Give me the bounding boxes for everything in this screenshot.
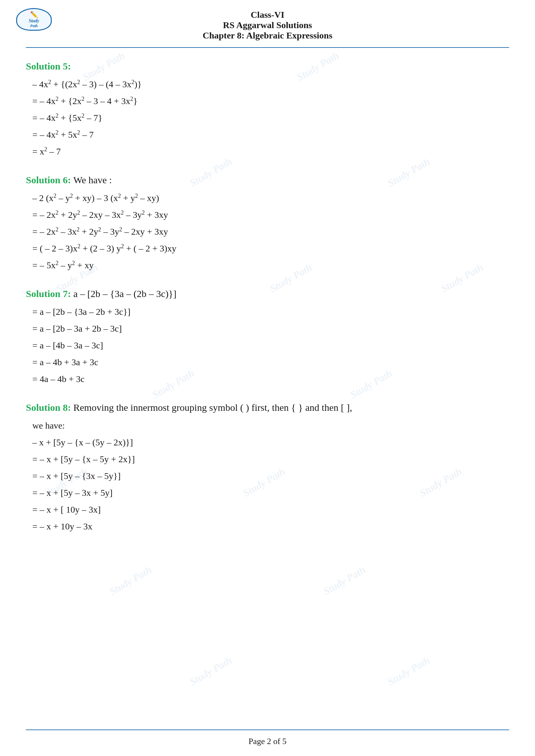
solution-7-heading: Solution 7: a – [2b – {3a – (2b – 3c)}] xyxy=(26,288,509,299)
solution-8-intro: Removing the innermost grouping symbol (… xyxy=(73,402,352,413)
page-number: Page 2 of 5 xyxy=(248,737,287,746)
sol7-line5: = 4a – 4b + 3c xyxy=(26,372,509,386)
solution-7-intro: a – [2b – {3a – (2b – 3c)}] xyxy=(73,288,177,299)
sol7-line4: = a – 4b + 3a + 3c xyxy=(26,356,509,369)
solution-6-block: Solution 6: We have : – 2 (x2 – y2 + xy)… xyxy=(26,175,509,272)
solution-8-heading: Solution 8: Removing the innermost group… xyxy=(26,402,509,413)
sol6-line3: = – 2x2 – 3x2 + 2y2 – 3y2 – 2xy + 3xy xyxy=(26,225,509,238)
logo-text-path: Path xyxy=(30,24,38,28)
sol8-line3: = – x + [5y – {3x – 5y}] xyxy=(26,469,509,483)
logo-circle: ✏️ Study Path xyxy=(16,8,52,31)
header-title: RS Aggarwal Solutions xyxy=(26,20,509,30)
sol5-line4: = – 4x2 + 5x2 – 7 xyxy=(26,128,509,142)
sol6-line4: = ( – 2 – 3)x2 + (2 – 3) y2 + ( – 2 + 3)… xyxy=(26,242,509,255)
watermark-text: Study Path xyxy=(107,564,154,598)
sol5-line2: = – 4x2 + {2x2 – 3 – 4 + 3x2} xyxy=(26,94,509,108)
sol6-line2: = – 2x2 + 2y2 – 2xy – 3x2 – 3y2 + 3xy xyxy=(26,208,509,222)
solution-5-block: Solution 5: – 4x2 + {(2x2 – 3) – (4 – 3x… xyxy=(26,61,509,158)
sol7-line2: = a – [2b – 3a + 2b – 3c] xyxy=(26,322,509,336)
header-class: Class-VI xyxy=(26,10,509,20)
solution-6-intro: We have : xyxy=(73,175,112,185)
solution-8-block: Solution 8: Removing the innermost group… xyxy=(26,402,509,533)
page-header: Class-VI RS Aggarwal Solutions Chapter 8… xyxy=(26,0,509,48)
sol8-line2: = – x + [5y – {x – 5y + 2x}] xyxy=(26,452,509,466)
watermark-text: Study Path xyxy=(321,564,368,598)
solution-8-label: Solution 8: xyxy=(26,402,71,413)
watermark-text: Study Path xyxy=(187,655,234,688)
logo-text-study: Study xyxy=(29,18,40,24)
solution-6-heading: Solution 6: We have : xyxy=(26,175,509,185)
logo: ✏️ Study Path xyxy=(13,7,55,32)
sol8-we-have: we have: xyxy=(26,419,509,432)
sol5-line1: – 4x2 + {(2x2 – 3) – (4 – 3x2)} xyxy=(26,78,509,91)
solution-6-label: Solution 6: xyxy=(26,175,71,185)
watermark-text: Study Path xyxy=(385,655,432,688)
sol7-line1: = a – [2b – {3a – 2b + 3c}] xyxy=(26,305,509,319)
sol5-line5: = x2 – 7 xyxy=(26,145,509,158)
sol5-line3: = – 4x2 + {5x2 – 7} xyxy=(26,111,509,125)
sol8-line6: = – x + 10y – 3x xyxy=(26,520,509,533)
solution-7-label: Solution 7: xyxy=(26,288,71,299)
solution-5-heading: Solution 5: xyxy=(26,61,509,72)
sol8-line1: – x + [5y – {x – (5y – 2x)}] xyxy=(26,436,509,449)
sol8-line5: = – x + [ 10y – 3x] xyxy=(26,503,509,517)
header-chapter: Chapter 8: Algebraic Expressions xyxy=(26,30,509,41)
solution-5-label: Solution 5: xyxy=(26,61,71,71)
page-footer: Page 2 of 5 xyxy=(26,730,509,746)
page: Study PathStudy PathStudy PathStudy Path… xyxy=(0,0,535,756)
sol6-line5: = – 5x2 – y2 + xy xyxy=(26,258,509,272)
sol7-line3: = a – [4b – 3a – 3c] xyxy=(26,339,509,352)
solution-7-block: Solution 7: a – [2b – {3a – (2b – 3c)}] … xyxy=(26,288,509,386)
main-content: Solution 5: – 4x2 + {(2x2 – 3) – (4 – 3x… xyxy=(26,61,509,533)
sol6-line1: – 2 (x2 – y2 + xy) – 3 (x2 + y2 – xy) xyxy=(26,191,509,205)
sol8-line4: = – x + [5y – 3x + 5y] xyxy=(26,486,509,500)
